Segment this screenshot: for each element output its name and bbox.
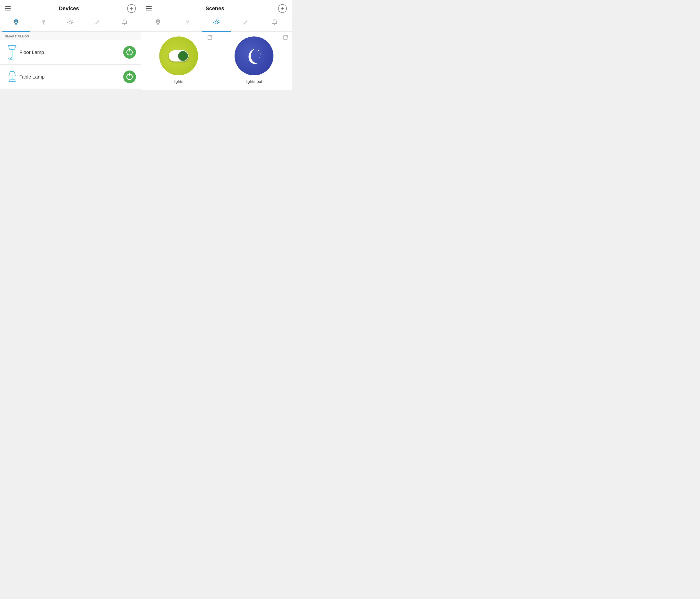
tab-scenes-plugs[interactable] [143, 17, 173, 31]
plug-icon [13, 19, 19, 26]
plant-icon [40, 19, 46, 26]
scenes-menu-icon[interactable] [146, 6, 152, 11]
devices-add-button[interactable]: + [127, 4, 136, 13]
devices-empty-area [0, 89, 141, 199]
devices-header: Devices + [0, 0, 141, 17]
svg-line-43 [247, 20, 247, 20]
svg-point-7 [69, 21, 72, 24]
lights-scene-name: lights [174, 79, 183, 84]
svg-rect-24 [9, 80, 15, 81]
tab-devices-magic[interactable] [84, 17, 111, 31]
device-item-floor-lamp[interactable]: Floor Lamp [0, 40, 141, 65]
scene-card-lights[interactable]: lights [141, 32, 216, 90]
scenes-tab-bar [141, 17, 292, 32]
svg-line-35 [214, 21, 215, 21]
bell-icon [122, 19, 128, 26]
svg-point-33 [215, 21, 218, 24]
menu-icon[interactable] [5, 6, 11, 11]
devices-title: Devices [11, 5, 127, 12]
toggle-knob [178, 51, 188, 61]
svg-rect-3 [15, 23, 17, 25]
section-label-smart-plugs: SMART PLUGS [0, 32, 141, 40]
tab-devices-plugs[interactable] [2, 17, 30, 31]
svg-rect-26 [156, 20, 159, 23]
svg-point-21 [8, 58, 13, 59]
floor-lamp-name: Floor Lamp [20, 50, 123, 55]
sunrise-icon [67, 19, 74, 26]
tab-scenes-plants[interactable] [173, 17, 202, 31]
plant-icon-scenes [184, 19, 190, 26]
magic-wand-icon-scenes [243, 19, 248, 26]
svg-point-49 [260, 53, 261, 54]
svg-point-6 [43, 20, 44, 20]
svg-line-36 [218, 21, 219, 21]
svg-rect-29 [157, 23, 159, 25]
scenes-header: Scenes + [141, 0, 292, 17]
scenes-empty-area [141, 90, 292, 199]
lights-edit-button[interactable] [207, 35, 213, 42]
tab-devices-plants[interactable] [30, 17, 57, 31]
svg-rect-28 [158, 20, 159, 22]
svg-line-17 [98, 20, 99, 20]
svg-point-32 [187, 20, 188, 20]
scenes-panel: Scenes + [141, 0, 292, 199]
lights-scene-image [159, 36, 198, 75]
svg-rect-1 [15, 20, 16, 22]
lights-out-edit-button[interactable] [283, 35, 288, 42]
scenes-title: Scenes [152, 5, 278, 12]
magic-wand-icon [95, 19, 100, 26]
svg-point-48 [258, 50, 259, 51]
plug-icon-scenes [155, 19, 161, 26]
tab-scenes-sunrise[interactable] [202, 17, 231, 31]
svg-rect-2 [16, 20, 17, 22]
svg-point-22 [11, 49, 13, 50]
floor-lamp-power-button[interactable] [123, 46, 136, 58]
svg-line-14 [96, 21, 99, 24]
sunrise-icon-scenes [213, 19, 220, 26]
floor-lamp-icon [5, 45, 20, 60]
table-lamp-icon [5, 69, 20, 84]
svg-rect-0 [15, 20, 18, 23]
lights-out-scene-image [234, 36, 273, 75]
scenes-add-button[interactable]: + [278, 4, 287, 13]
svg-line-9 [68, 21, 69, 21]
device-item-table-lamp[interactable]: Table Lamp [0, 65, 141, 89]
devices-panel: Devices + [0, 0, 141, 199]
tab-scenes-bell[interactable] [260, 17, 289, 31]
tab-devices-bell[interactable] [111, 17, 138, 31]
tab-scenes-magic[interactable] [231, 17, 260, 31]
svg-point-50 [259, 57, 260, 58]
devices-tab-bar [0, 17, 141, 32]
table-lamp-power-button[interactable] [123, 71, 136, 83]
svg-rect-27 [157, 20, 158, 22]
lights-out-scene-name: lights out [246, 79, 262, 84]
bell-icon-scenes [272, 19, 278, 26]
table-lamp-name: Table Lamp [20, 74, 123, 80]
scene-card-lights-out[interactable]: lights out [216, 32, 292, 90]
lights-toggle [169, 50, 189, 61]
svg-line-10 [72, 21, 72, 21]
tab-devices-sunrise[interactable] [57, 17, 84, 31]
scenes-grid: lights lights o [141, 32, 292, 90]
svg-line-40 [244, 21, 247, 24]
device-list: Floor Lamp Table Lamp [0, 40, 141, 89]
